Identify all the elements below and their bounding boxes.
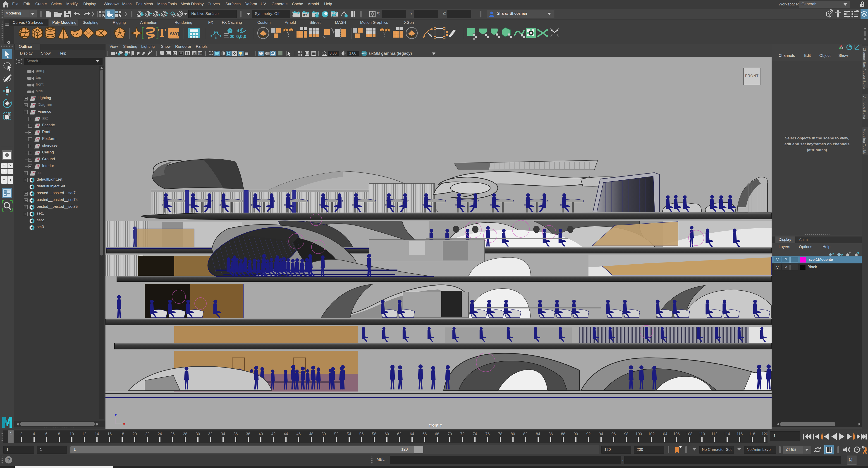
svg-text:IPR: IPR [303, 14, 307, 17]
svg-text:1.00: 1.00 [349, 51, 356, 55]
svg-text:0.00: 0.00 [330, 51, 337, 55]
svg-text:sRGB gamma (legacy): sRGB gamma (legacy) [369, 51, 412, 56]
svg-text:T: T [199, 52, 200, 55]
svg-text:z: z [115, 413, 117, 417]
svg-text:ON: ON [362, 52, 366, 55]
svg-text:x: x [123, 422, 125, 426]
